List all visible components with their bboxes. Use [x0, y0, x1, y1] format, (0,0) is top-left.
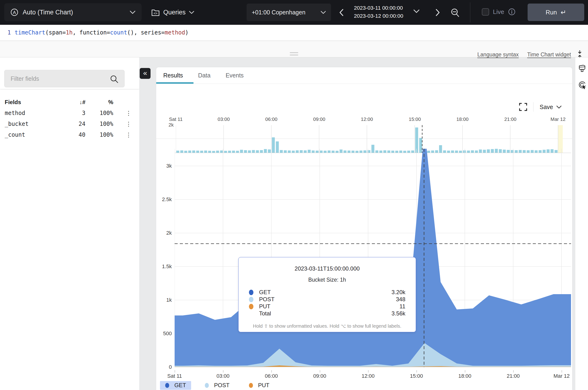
run-button[interactable]: Run ↵: [528, 3, 584, 21]
time-chart-y-tick: 3k: [156, 163, 172, 169]
tooltip-row-get: GET3.20k: [249, 289, 405, 296]
logscale-search-app: A Auto (Time Chart) <> Queries +01:00 Co…: [0, 0, 588, 390]
resize-drag-handle[interactable]: [290, 52, 298, 57]
field-row-_bucket[interactable]: _bucket24100%⋮: [0, 118, 139, 129]
fields-table-header: Fields ↓# %: [0, 97, 139, 108]
time-chart-x-tick: 15:00: [410, 373, 423, 379]
time-chart-x-tick: 06:00: [265, 373, 278, 379]
timezone-label: +01:00 Copenhagen: [252, 9, 305, 16]
time-chart-x-tick: 09:00: [313, 373, 326, 379]
save-dropdown[interactable]: Save: [540, 104, 562, 110]
time-chart-widget-link[interactable]: Time Chart widget: [527, 51, 571, 58]
query-code[interactable]: timeChart(span=1h, function=count(), ser…: [15, 29, 189, 36]
kebab-menu-icon[interactable]: ⋮: [123, 121, 134, 128]
chevron-down-icon: [130, 11, 135, 14]
field-row-method[interactable]: method3100%⋮: [0, 108, 139, 118]
active-tab-indicator: [156, 82, 194, 84]
field-count: 3: [64, 110, 85, 116]
kebab-menu-icon[interactable]: ⋮: [123, 132, 134, 138]
time-chart-x-tick: 03:00: [216, 373, 229, 379]
series-dot-icon: [249, 297, 253, 302]
chevron-right-icon: [436, 9, 440, 16]
chevron-down-icon: [556, 105, 562, 109]
zoom-out-button[interactable]: [450, 8, 460, 18]
chart-legend: GETPOSTPUT: [160, 381, 275, 390]
time-range-display[interactable]: 2023-03-11 00:00:00 2023-03-12 00:00:00: [354, 4, 403, 20]
target-cursor-icon: [578, 81, 587, 90]
fields-header-label: Fields: [5, 99, 64, 105]
time-chart-y-tick: 1k: [156, 297, 172, 303]
topbar-divider: [470, 2, 470, 22]
field-name: method: [5, 110, 64, 116]
legend-item-put[interactable]: PUT: [244, 381, 275, 390]
field-percent: 100%: [85, 110, 113, 116]
legend-item-post[interactable]: POST: [200, 381, 235, 390]
interactive-mode-button[interactable]: [578, 81, 587, 90]
chevron-down-icon: [321, 11, 326, 14]
time-back-button[interactable]: [338, 7, 345, 18]
tooltip-timestamp: 2023-03-11T15:00:00.000: [249, 265, 405, 272]
fields-count-header[interactable]: ↓#: [64, 99, 85, 105]
tab-events[interactable]: Events: [226, 72, 244, 79]
language-syntax-link[interactable]: Language syntax: [477, 51, 519, 58]
time-chart-y-axis: 05001k1.5k2k2.5k3k: [156, 149, 172, 367]
sort-descending-icon: ↓: [80, 99, 82, 105]
fields-percent-header[interactable]: %: [85, 99, 113, 105]
field-row-_count[interactable]: _count40100%⋮: [0, 129, 139, 140]
histogram-x-tick: 21:00: [504, 116, 516, 122]
time-chart-y-tick: 0: [156, 364, 172, 370]
time-chart-x-tick: 12:00: [362, 373, 375, 379]
histogram-x-tick: 18:00: [456, 116, 468, 122]
field-percent: 100%: [85, 132, 113, 138]
filter-fields-input[interactable]: [4, 70, 125, 87]
legend-label: PUT: [258, 382, 269, 389]
legend-item-get[interactable]: GET: [160, 381, 191, 390]
chevron-left-icon: [339, 9, 343, 16]
query-editor[interactable]: 1 timeChart(span=1h, function=count(), s…: [0, 25, 588, 41]
legend-label: GET: [174, 382, 186, 389]
search-icon: [110, 75, 119, 83]
code-token: 1h: [66, 29, 73, 36]
timezone-dropdown[interactable]: +01:00 Copenhagen: [247, 3, 331, 21]
tooltip-series-value: 348: [396, 296, 405, 303]
field-filter-section: [0, 57, 139, 89]
style-brush-button[interactable]: [578, 64, 586, 74]
histogram-x-tick: Mar 12: [550, 116, 566, 122]
series-dot-icon: [249, 290, 253, 295]
time-chart-y-tick: 2k: [156, 230, 172, 236]
svg-text:A: A: [13, 10, 16, 15]
queries-label: Queries: [163, 9, 186, 16]
tooltip-row-post: POST348: [249, 296, 405, 303]
code-token: , function=: [73, 29, 110, 36]
right-toolbar-rail: [575, 57, 588, 390]
field-count: 40: [64, 132, 85, 138]
time-range-start: 2023-03-11 00:00:00: [354, 4, 403, 12]
tab-data[interactable]: Data: [198, 72, 210, 79]
field-name: _bucket: [5, 121, 64, 127]
enter-key-icon: ↵: [561, 8, 566, 16]
live-label: Live: [493, 8, 504, 16]
top-bar: A Auto (Time Chart) <> Queries +01:00 Co…: [0, 0, 588, 25]
histogram-x-axis: Sat 1103:0006:0009:0012:0015:0018:0021:0…: [176, 116, 563, 123]
time-range-dropdown[interactable]: [413, 9, 420, 13]
collapse-sidebar-button[interactable]: «: [140, 68, 151, 79]
live-checkbox[interactable]: [482, 8, 489, 16]
queries-dropdown[interactable]: <> Queries: [151, 0, 194, 25]
paintbrush-icon: [578, 64, 586, 74]
chevron-down-icon: [413, 9, 420, 13]
field-name: _count: [5, 132, 64, 138]
time-chart-x-tick: 18:00: [458, 373, 471, 379]
fullscreen-button[interactable]: [519, 103, 527, 111]
tooltip-series-label: POST: [259, 296, 396, 303]
view-selector-dropdown[interactable]: A Auto (Time Chart): [4, 3, 142, 21]
kebab-menu-icon[interactable]: ⋮: [123, 110, 134, 117]
tab-results[interactable]: Results: [163, 72, 183, 79]
time-chart-x-tick: Sat 11: [167, 373, 182, 379]
results-tabs: ResultsDataEvents: [156, 67, 572, 84]
series-dot-icon: [249, 304, 253, 309]
time-forward-button[interactable]: [434, 7, 441, 18]
time-range-end: 2023-03-12 00:00:00: [354, 12, 403, 20]
info-icon[interactable]: [508, 8, 516, 16]
fields-sidebar: Fields ↓# % method3100%⋮_bucket24100%⋮_c…: [0, 57, 139, 390]
svg-text:<>: <>: [154, 11, 158, 15]
